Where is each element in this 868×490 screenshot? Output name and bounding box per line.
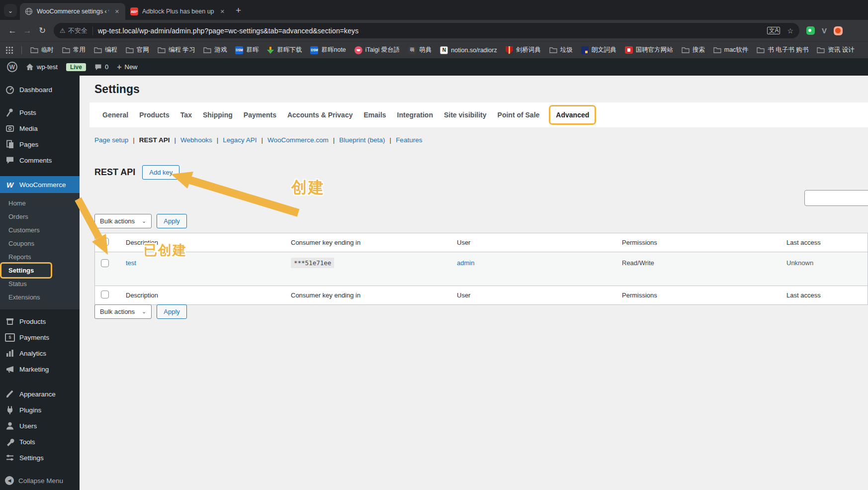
submenu-item-customers[interactable]: Customers (0, 223, 80, 237)
bookmark-folder[interactable]: 资讯 设计 (817, 46, 854, 54)
bulk-actions-select[interactable]: Bulk actions ⌄ (94, 214, 152, 228)
bulk-actions-select[interactable]: Bulk actions ⌄ (94, 304, 152, 319)
bookmark-folder[interactable]: mac软件 (713, 46, 749, 54)
bookmark-label: 朗文詞典 (592, 46, 616, 54)
tab-accounts-privacy[interactable]: Accounts & Privacy (287, 111, 353, 119)
wp-admin-bar: W wp-test Live 0 + New (0, 58, 868, 76)
tab-general[interactable]: General (102, 111, 128, 119)
add-key-button[interactable]: Add key (142, 165, 179, 180)
bookmark-cambridge[interactable]: 剑桥词典 (506, 46, 541, 54)
submenu-item-status[interactable]: Status (0, 277, 80, 291)
orange-extension-icon[interactable] (834, 26, 843, 35)
apps-grid-icon[interactable] (6, 47, 13, 54)
tab-advanced[interactable]: Advanced (550, 106, 595, 123)
site-name-link[interactable]: wp-test (26, 63, 58, 71)
bookmark-folder[interactable]: 垃圾 (549, 46, 573, 54)
subnav-webhooks[interactable]: Webhooks (180, 136, 212, 144)
sidebar-item-plugins[interactable]: Plugins (0, 402, 80, 418)
bookmark-guopin[interactable]: 国聘官方网站 (625, 46, 673, 54)
bookmark-folder[interactable]: 常用 (62, 46, 86, 54)
bookmark-folder[interactable]: 编程 (94, 46, 117, 54)
submenu-item-orders[interactable]: Orders (0, 210, 80, 223)
subnav-page-setup[interactable]: Page setup (94, 136, 128, 144)
apply-button[interactable]: Apply (157, 214, 187, 228)
bookmark-folder[interactable]: 搜索 (682, 46, 705, 54)
site-security-chip[interactable]: ⚠ 不安全 (60, 26, 93, 35)
tab-site-visibility[interactable]: Site visibility (444, 111, 487, 119)
key-user-link[interactable]: admin (457, 259, 474, 267)
subnav-woocommerce-com[interactable]: WooCommerce.com (267, 136, 329, 144)
browser-tab-active[interactable]: WooCommerce settings ‹ wp ✕ (20, 3, 125, 20)
sidebar-item-marketing[interactable]: Marketing (0, 361, 80, 377)
bookmark-download[interactable]: 群晖下载 (267, 46, 302, 54)
submenu-item-home[interactable]: Home (0, 196, 80, 210)
sidebar-item-media[interactable]: Media (0, 120, 80, 136)
folder-icon (203, 47, 211, 53)
bookmark-folder[interactable]: 官网 (126, 46, 149, 54)
sidebar-item-analytics[interactable]: Analytics (0, 345, 80, 361)
bookmark-folder[interactable]: 游戏 (203, 46, 227, 54)
sidebar-item-tools[interactable]: Tools (0, 434, 80, 450)
back-icon[interactable]: ← (5, 26, 20, 36)
table-row: test ***51e71ee admin Read/Write Unknown (95, 252, 868, 286)
submenu-item-settings[interactable]: Settings (1, 264, 51, 277)
new-content-link[interactable]: + New (117, 63, 137, 72)
sidebar-item-woocommerce[interactable]: W WooCommerce (0, 176, 80, 193)
sidebar-item-payments[interactable]: $ Payments (0, 329, 80, 345)
tab-integration[interactable]: Integration (397, 111, 433, 119)
bookmark-synology[interactable]: DSM群晖 (235, 46, 259, 54)
bookmark-itaigi[interactable]: iTaigi 愛台語 (354, 46, 400, 54)
v-extension-icon[interactable]: V (822, 26, 827, 35)
sidebar-item-comments[interactable]: Comments (0, 152, 80, 168)
wordpress-logo-icon[interactable]: W (7, 62, 17, 72)
submenu-item-reports[interactable]: Reports (0, 250, 80, 264)
tab-search-chevron-icon[interactable]: ⌄ (4, 4, 17, 17)
sidebar-item-appearance[interactable]: Appearance (0, 386, 80, 402)
bookmark-folder[interactable]: 临时 (30, 46, 54, 54)
submenu-item-coupons[interactable]: Coupons (0, 237, 80, 250)
select-all-checkbox[interactable] (101, 238, 109, 246)
tab-tax[interactable]: Tax (180, 111, 192, 119)
bookmark-longman[interactable]: 朗文詞典 (581, 46, 616, 54)
tab-payments[interactable]: Payments (244, 111, 276, 119)
subnav-blueprint[interactable]: Blueprint (beta) (339, 136, 385, 144)
api-keys-table: Description Consumer key ending in User … (94, 233, 868, 305)
sidebar-item-users[interactable]: Users (0, 418, 80, 434)
bookmark-notion[interactable]: Nnotion.so/radiorz (440, 46, 497, 54)
reload-icon[interactable]: ↻ (35, 25, 50, 36)
subnav-legacy-api[interactable]: Legacy API (223, 136, 257, 144)
sidebar-item-posts[interactable]: Posts (0, 104, 80, 120)
sidebar-item-pages[interactable]: Pages (0, 136, 80, 152)
comments-link[interactable]: 0 (94, 63, 108, 71)
page-title: Settings (94, 83, 140, 96)
tab-products[interactable]: Products (139, 111, 170, 119)
sidebar-item-dashboard[interactable]: Dashboard (0, 82, 80, 98)
bookmark-folder[interactable]: 编程 学习 (158, 46, 195, 54)
bookmark-folder[interactable]: 书 电子书 购书 (757, 46, 808, 54)
tab-emails[interactable]: Emails (363, 111, 386, 119)
sidebar-item-products[interactable]: Products (0, 313, 80, 329)
subnav-rest-api[interactable]: REST API (139, 136, 170, 144)
bookmark-moedict[interactable]: 萌萌典 (408, 46, 432, 54)
tab-close-icon[interactable]: ✕ (218, 7, 227, 16)
new-tab-button[interactable]: + (236, 5, 241, 16)
forward-icon[interactable]: → (20, 26, 35, 36)
subnav-features[interactable]: Features (396, 136, 422, 144)
bookmark-synology-note[interactable]: DSM群晖note (310, 46, 346, 54)
collapse-menu-button[interactable]: ◀ Collapse Menu (0, 473, 80, 489)
select-all-checkbox[interactable] (101, 291, 109, 298)
tab-shipping[interactable]: Shipping (203, 111, 233, 119)
sidebar-item-settings[interactable]: Settings (0, 450, 80, 466)
bookmark-star-icon[interactable]: ☆ (787, 27, 793, 35)
apply-button[interactable]: Apply (157, 304, 187, 319)
row-checkbox[interactable] (101, 259, 109, 267)
evernote-extension-icon[interactable] (806, 26, 815, 35)
tab-point-of-sale[interactable]: Point of Sale (498, 111, 540, 119)
key-description-link[interactable]: test (126, 259, 136, 267)
search-key-input[interactable] (804, 190, 868, 206)
address-bar[interactable]: ⚠ 不安全 wp-test.local/wp-admin/admin.php?p… (54, 23, 799, 38)
translate-icon[interactable]: 文A (767, 27, 780, 34)
browser-tab-inactive[interactable]: ABP Adblock Plus has been updat ✕ (125, 3, 231, 20)
submenu-item-extensions[interactable]: Extensions (0, 291, 80, 304)
tab-close-icon[interactable]: ✕ (113, 7, 121, 16)
